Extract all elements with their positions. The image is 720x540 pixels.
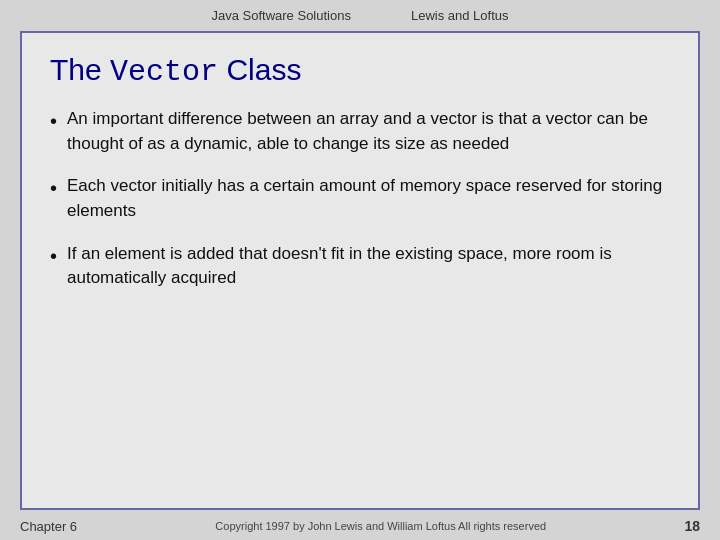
- bullet-item-1: • An important difference between an arr…: [50, 107, 670, 156]
- footer-page-number: 18: [684, 518, 700, 534]
- bullet-text-2: Each vector initially has a certain amou…: [67, 174, 670, 223]
- header-left: Java Software Solutions: [211, 8, 350, 23]
- slide-title: The Vector Class: [50, 53, 670, 89]
- title-monospace: Vector: [110, 55, 218, 89]
- bullet-list: • An important difference between an arr…: [50, 107, 670, 291]
- bullet-text-3: If an element is added that doesn't fit …: [67, 242, 670, 291]
- title-prefix: The: [50, 53, 110, 86]
- bullet-text-1: An important difference between an array…: [67, 107, 670, 156]
- bullet-item-2: • Each vector initially has a certain am…: [50, 174, 670, 223]
- bullet-item-3: • If an element is added that doesn't fi…: [50, 242, 670, 291]
- bullet-dot-3: •: [50, 242, 57, 271]
- footer-copyright: Copyright 1997 by John Lewis and William…: [77, 520, 684, 532]
- footer-bar: Chapter 6 Copyright 1997 by John Lewis a…: [0, 512, 720, 540]
- title-suffix: Class: [218, 53, 301, 86]
- header-bar: Java Software Solutions Lewis and Loftus: [0, 0, 720, 27]
- header-right: Lewis and Loftus: [411, 8, 509, 23]
- slide-content: The Vector Class • An important differen…: [20, 31, 700, 510]
- bullet-dot-2: •: [50, 174, 57, 203]
- footer-chapter: Chapter 6: [20, 519, 77, 534]
- slide-container: Java Software Solutions Lewis and Loftus…: [0, 0, 720, 540]
- bullet-dot-1: •: [50, 107, 57, 136]
